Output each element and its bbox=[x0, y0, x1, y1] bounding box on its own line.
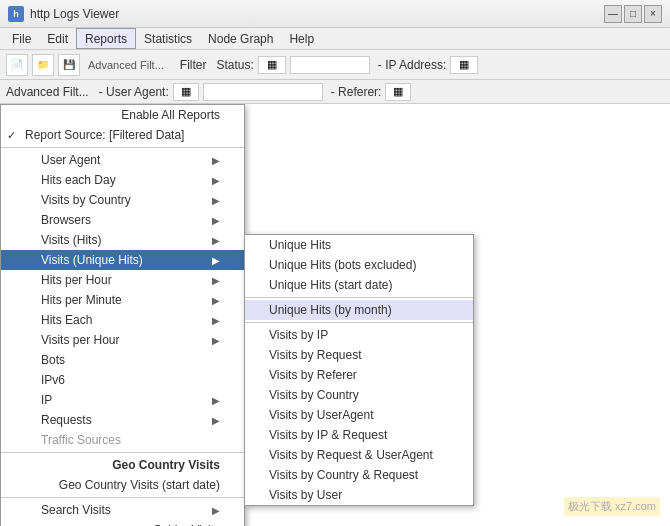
menu-bar: File Edit Reports Statistics Node Graph … bbox=[0, 28, 670, 50]
menu-geo-country-visits[interactable]: Geo Country Visits bbox=[1, 455, 244, 475]
referer-label: - Referer: bbox=[331, 85, 382, 99]
submenu-visits-by-ip-request[interactable]: Visits by IP & Request bbox=[245, 425, 473, 445]
submenu-visits-by-user[interactable]: Visits by User bbox=[245, 485, 473, 505]
ip-label: - IP Address: bbox=[378, 58, 446, 72]
minimize-button[interactable]: — bbox=[604, 5, 622, 23]
user-agent-input[interactable] bbox=[203, 83, 323, 101]
menu-enable-all-reports[interactable]: Enable All Reports bbox=[1, 105, 244, 125]
app-icon: h bbox=[8, 6, 24, 22]
submenu-unique-hits-bots[interactable]: Unique Hits (bots excluded) bbox=[245, 255, 473, 275]
menu-ipv6[interactable]: IPv6 bbox=[1, 370, 244, 390]
window-controls: — □ × bbox=[604, 5, 662, 23]
sub-sep1 bbox=[245, 297, 473, 298]
reports-dropdown-menu: Enable All Reports Report Source: [Filte… bbox=[0, 104, 245, 526]
app-title: http Logs Viewer bbox=[30, 7, 119, 21]
adv-filter-label: Advanced Filt... bbox=[88, 59, 164, 71]
watermark: 极光下载 xz7.com bbox=[564, 497, 660, 516]
menu-visits-hits[interactable]: Visits (Hits) ▶ bbox=[1, 230, 244, 250]
submenu-visits-by-country-request[interactable]: Visits by Country & Request bbox=[245, 465, 473, 485]
menu-traffic-sources: Traffic Sources bbox=[1, 430, 244, 450]
status-input[interactable] bbox=[290, 56, 370, 74]
menu-visits-unique-hits[interactable]: Visits (Unique Hits) ▶ bbox=[1, 250, 244, 270]
status-dropdown[interactable]: ▦ bbox=[258, 56, 286, 74]
menu-user-agent[interactable]: User Agent ▶ bbox=[1, 150, 244, 170]
sub-sep2 bbox=[245, 322, 473, 323]
submenu-visits-by-ip[interactable]: Visits by IP bbox=[245, 325, 473, 345]
save-button[interactable]: 💾 bbox=[58, 54, 80, 76]
toolbar: 📄 📁 💾 Advanced Filt... Filter Status: ▦ … bbox=[0, 50, 670, 80]
sep1 bbox=[1, 147, 244, 148]
user-agent-dropdown[interactable]: ▦ bbox=[173, 83, 199, 101]
menu-report-source[interactable]: Report Source: [Filtered Data] bbox=[1, 125, 244, 145]
menu-visits-per-hour[interactable]: Visits per Hour ▶ bbox=[1, 330, 244, 350]
adv-filter-bar: Advanced Filt... - User Agent: ▦ - Refer… bbox=[0, 80, 670, 104]
user-agent-label: - User Agent: bbox=[99, 85, 169, 99]
ip-dropdown[interactable]: ▦ bbox=[450, 56, 478, 74]
title-bar: h http Logs Viewer — □ × bbox=[0, 0, 670, 28]
submenu-visits-by-request-useragent[interactable]: Visits by Request & UserAgent bbox=[245, 445, 473, 465]
submenu-arrow: ▶ bbox=[212, 155, 220, 166]
menu-node-graph[interactable]: Node Graph bbox=[200, 28, 281, 49]
menu-hits-each-day[interactable]: Hits each Day ▶ bbox=[1, 170, 244, 190]
submenu-visits-by-request[interactable]: Visits by Request bbox=[245, 345, 473, 365]
menu-geo-country-visits-start[interactable]: Geo Country Visits (start date) bbox=[1, 475, 244, 495]
menu-reports[interactable]: Reports bbox=[76, 28, 136, 49]
menu-hits-per-hour[interactable]: Hits per Hour ▶ bbox=[1, 270, 244, 290]
new-button[interactable]: 📄 bbox=[6, 54, 28, 76]
referer-dropdown[interactable]: ▦ bbox=[385, 83, 411, 101]
menu-hits-each[interactable]: Hits Each ▶ bbox=[1, 310, 244, 330]
menu-browsers[interactable]: Browsers ▶ bbox=[1, 210, 244, 230]
sep3 bbox=[1, 497, 244, 498]
filter-label: Filter bbox=[180, 58, 207, 72]
main-content: Enable All Reports Report Source: [Filte… bbox=[0, 104, 670, 526]
menu-requests[interactable]: Requests ▶ bbox=[1, 410, 244, 430]
menu-statistics[interactable]: Statistics bbox=[136, 28, 200, 49]
menu-spider-visits[interactable]: Spider Visits bbox=[1, 520, 244, 526]
menu-ip[interactable]: IP ▶ bbox=[1, 390, 244, 410]
open-button[interactable]: 📁 bbox=[32, 54, 54, 76]
menu-hits-per-minute[interactable]: Hits per Minute ▶ bbox=[1, 290, 244, 310]
close-button[interactable]: × bbox=[644, 5, 662, 23]
submenu-visits-by-useragent[interactable]: Visits by UserAgent bbox=[245, 405, 473, 425]
submenu-unique-hits-start[interactable]: Unique Hits (start date) bbox=[245, 275, 473, 295]
menu-help[interactable]: Help bbox=[281, 28, 322, 49]
status-label: Status: bbox=[217, 58, 254, 72]
menu-bots[interactable]: Bots bbox=[1, 350, 244, 370]
menu-visits-by-country[interactable]: Visits by Country ▶ bbox=[1, 190, 244, 210]
adv-filter-label2: Advanced Filt... bbox=[6, 85, 89, 99]
sep2 bbox=[1, 452, 244, 453]
submenu-visits-by-referer[interactable]: Visits by Referer bbox=[245, 365, 473, 385]
submenu-unique-hits-month[interactable]: Unique Hits (by month) bbox=[245, 300, 473, 320]
maximize-button[interactable]: □ bbox=[624, 5, 642, 23]
menu-search-visits[interactable]: Search Visits ▶ bbox=[1, 500, 244, 520]
submenu-unique-hits[interactable]: Unique Hits bbox=[245, 235, 473, 255]
visits-unique-hits-submenu: Unique Hits Unique Hits (bots excluded) … bbox=[244, 234, 474, 506]
menu-file[interactable]: File bbox=[4, 28, 39, 49]
submenu-visits-by-country[interactable]: Visits by Country bbox=[245, 385, 473, 405]
menu-edit[interactable]: Edit bbox=[39, 28, 76, 49]
